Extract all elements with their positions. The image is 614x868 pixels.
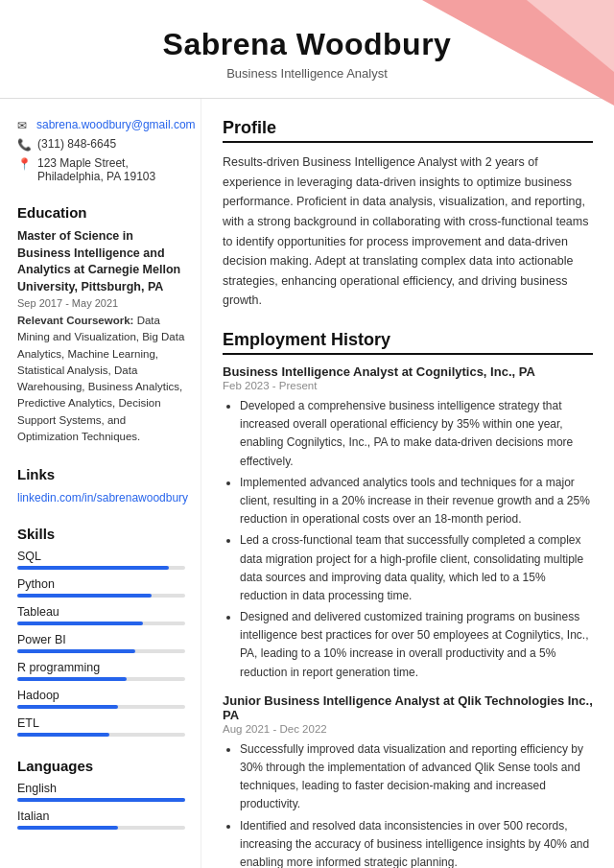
skill-item: Python (17, 577, 185, 598)
job-title: Junior Business Intelligence Analyst at … (223, 693, 593, 722)
phone-text: (311) 848-6645 (37, 137, 116, 151)
job-date: Aug 2021 - Dec 2022 (223, 723, 593, 735)
skill-item: Tableau (17, 605, 185, 625)
skill-bar-fill (17, 677, 127, 681)
language-bar-fill (17, 826, 118, 830)
skill-bar-fill (17, 566, 169, 570)
main-layout: ✉ sabrena.woodbury@gmail.com 📞 (311) 848… (0, 99, 614, 868)
skill-bar-fill (17, 622, 143, 625)
skill-name: ETL (17, 716, 185, 730)
profile-title: Profile (223, 118, 593, 143)
skill-item: Hadoop (17, 689, 185, 709)
skill-name: Hadoop (17, 689, 185, 702)
skills-title: Skills (17, 526, 185, 542)
links-section: Links linkedin.com/in/sabrenawoodbury (17, 466, 185, 504)
skill-bar-fill (17, 594, 152, 598)
language-bar-fill (17, 798, 185, 802)
skill-bar-bg (17, 594, 185, 598)
languages-title: Languages (17, 758, 185, 774)
jobs-list: Business Intelligence Analyst at Cognily… (223, 364, 593, 868)
contact-email: ✉ sabrena.woodbury@gmail.com (17, 118, 185, 132)
skill-name: Tableau (17, 605, 185, 619)
job-bullet: Successfully improved data visualization… (240, 740, 593, 814)
contact-address: 📍 123 Maple Street, Philadelphia, PA 191… (17, 156, 185, 183)
job-bullet: Designed and delivered customized traini… (240, 608, 593, 682)
skill-name: R programming (17, 661, 185, 674)
profile-text: Results-driven Business Intelligence Ana… (223, 152, 593, 311)
language-name: English (17, 782, 185, 795)
language-bar-bg (17, 798, 185, 802)
employment-section: Employment History Business Intelligence… (223, 330, 593, 868)
language-item: Italian (17, 809, 185, 830)
job-bullet: Developed a comprehensive business intel… (240, 397, 593, 471)
skill-bar-bg (17, 649, 185, 653)
skill-bar-bg (17, 733, 185, 737)
job-bullet: Led a cross-functional team that success… (240, 531, 593, 605)
candidate-title: Business Intelligence Analyst (19, 66, 595, 81)
skill-item: ETL (17, 716, 185, 737)
job-bullets: Successfully improved data visualization… (223, 740, 593, 868)
skill-item: SQL (17, 550, 185, 570)
edu-date: Sep 2017 - May 2021 (17, 297, 185, 309)
skill-name: Power BI (17, 633, 185, 646)
education-title: Education (17, 204, 185, 221)
phone-icon: 📞 (17, 138, 32, 152)
skill-bar-bg (17, 705, 185, 709)
skills-list: SQL Python Tableau Power BI R programmin… (17, 550, 185, 737)
skill-name: Python (17, 577, 185, 591)
skill-bar-fill (17, 705, 118, 709)
skill-bar-bg (17, 677, 185, 681)
job-entry: Business Intelligence Analyst at Cognily… (223, 364, 593, 682)
employment-title: Employment History (223, 330, 593, 355)
skill-bar-fill (17, 649, 135, 653)
job-bullet: Identified and resolved data inconsisten… (240, 817, 593, 868)
location-icon: 📍 (17, 157, 32, 171)
skills-section: Skills SQL Python Tableau Power BI R pro… (17, 526, 185, 737)
education-section: Education Master of Science in Business … (17, 204, 185, 445)
skill-item: Power BI (17, 633, 185, 653)
content: Profile Results-driven Business Intellig… (201, 99, 614, 868)
skill-bar-bg (17, 622, 185, 625)
job-date: Feb 2023 - Present (223, 380, 593, 391)
job-title: Business Intelligence Analyst at Cognily… (223, 364, 593, 379)
contact-phone: 📞 (311) 848-6645 (17, 137, 185, 152)
language-item: English (17, 782, 185, 802)
skill-name: SQL (17, 550, 185, 563)
languages-section: Languages English Italian (17, 758, 185, 830)
profile-section: Profile Results-driven Business Intellig… (223, 118, 593, 311)
language-name: Italian (17, 809, 185, 823)
candidate-name: Sabrena Woodbury (19, 27, 595, 62)
address-text: 123 Maple Street, Philadelphia, PA 19103 (37, 156, 155, 183)
email-link[interactable]: sabrena.woodbury@gmail.com (36, 118, 196, 131)
linkedin-link[interactable]: linkedin.com/in/sabrenawoodbury (17, 491, 188, 504)
job-entry: Junior Business Intelligence Analyst at … (223, 693, 593, 868)
job-bullets: Developed a comprehensive business intel… (223, 397, 593, 682)
skill-bar-fill (17, 733, 109, 737)
header: Sabrena Woodbury Business Intelligence A… (0, 0, 614, 98)
edu-degree: Master of Science in Business Intelligen… (17, 228, 185, 295)
skill-item: R programming (17, 661, 185, 681)
links-title: Links (17, 466, 185, 482)
skill-bar-bg (17, 566, 185, 570)
edu-coursework: Relevant Coursework: Data Mining and Vis… (17, 313, 185, 445)
contact-section: ✉ sabrena.woodbury@gmail.com 📞 (311) 848… (17, 118, 185, 183)
sidebar: ✉ sabrena.woodbury@gmail.com 📞 (311) 848… (0, 99, 201, 868)
languages-list: English Italian (17, 782, 185, 830)
email-icon: ✉ (17, 119, 31, 132)
language-bar-bg (17, 826, 185, 830)
job-bullet: Implemented advanced analytics tools and… (240, 474, 593, 529)
